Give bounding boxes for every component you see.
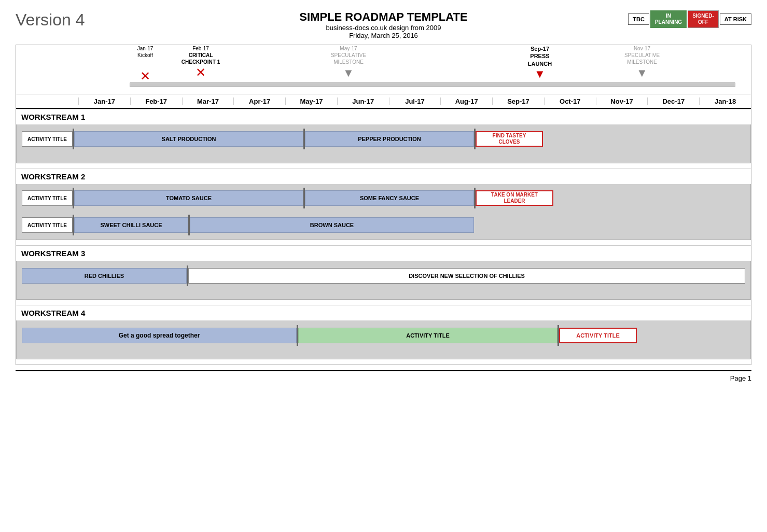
ws3-row1: RED CHILLIES DISCOVER NEW SELECTION OF C… bbox=[17, 261, 750, 292]
ws4-bar-spread: Get a good spread together bbox=[22, 328, 297, 343]
ws2-bar-tomato: TOMATO SAUCE bbox=[74, 190, 303, 206]
workstream-2-section: WORKSTREAM 2 ACTIVITY TITLE TOMATO SAUCE… bbox=[16, 169, 751, 240]
workstream-3-section: WORKSTREAM 3 RED CHILLIES DISCOVER NEW S… bbox=[16, 245, 751, 300]
legend-planning: INPLANNING bbox=[650, 10, 687, 28]
ws4-bar-activity2: ACTIVITY TITLE bbox=[559, 328, 637, 343]
workstream-3-label: WORKSTREAM 3 bbox=[16, 245, 751, 261]
ws2-bar-chilli: SWEET CHILLI SAUCE bbox=[74, 217, 188, 233]
workstream-4-body: Get a good spread together ACTIVITY TITL… bbox=[16, 320, 751, 359]
ws3-bar-discover: DISCOVER NEW SELECTION OF CHILLIES bbox=[188, 268, 745, 284]
timeline-area: Jan-17Kickoff ✕ Feb-17CRITICALCHECKPOINT… bbox=[16, 45, 751, 365]
workstream-2-body: ACTIVITY TITLE TOMATO SAUCE SOME FANCY S… bbox=[16, 184, 751, 240]
milestone-sep17: Sep-17PRESSLAUNCH ▼ bbox=[519, 45, 561, 80]
month-labels-row: Jan-17 Feb-17 Mar-17 Apr-17 May-17 Jun-1… bbox=[16, 94, 751, 109]
milestone-nov17: Nov-17SPECULATIVEMILESTONE ▼ bbox=[619, 45, 665, 79]
ws3-bar-red-chillies: RED CHILLIES bbox=[22, 268, 187, 284]
footer: Page 1 bbox=[16, 370, 751, 382]
ws4-row1: Get a good spread together ACTIVITY TITL… bbox=[17, 320, 750, 352]
header-date: Friday, March 25, 2016 bbox=[16, 32, 751, 39]
legend: TBC INPLANNING SIGNED-OFF AT RISK bbox=[628, 10, 751, 28]
month-feb17: Feb-17 bbox=[130, 97, 182, 105]
milestone-feb17: Feb-17CRITICALCHECKPOINT 1 ✕ bbox=[180, 45, 221, 79]
month-apr17: Apr-17 bbox=[233, 97, 285, 105]
ws2-row2: ACTIVITY TITLE SWEET CHILLI SAUCE BROWN … bbox=[17, 212, 750, 238]
ws2-row1: ACTIVITY TITLE TOMATO SAUCE SOME FANCY S… bbox=[17, 184, 750, 212]
ws2-bar-brown: BROWN SAUCE bbox=[190, 217, 474, 233]
workstream-4-section: WORKSTREAM 4 Get a good spread together … bbox=[16, 305, 751, 359]
workstream-1-body: ACTIVITY TITLE SALT PRODUCTION PEPPER PR… bbox=[16, 124, 751, 163]
ws2-activity-label-1: ACTIVITY TITLE bbox=[22, 190, 73, 206]
milestone-jan17: Jan-17Kickoff ✕ bbox=[130, 45, 161, 82]
workstream-1-section: WORKSTREAM 1 ACTIVITY TITLE SALT PRODUCT… bbox=[16, 109, 751, 163]
month-jun17: Jun-17 bbox=[337, 97, 389, 105]
ws2-bar-market: TAKE ON MARKETLEADER bbox=[476, 190, 553, 206]
month-sep17: Sep-17 bbox=[492, 97, 544, 105]
page-number: Page 1 bbox=[730, 374, 751, 382]
month-nov17: Nov-17 bbox=[596, 97, 648, 105]
month-jul17: Jul-17 bbox=[389, 97, 441, 105]
month-mar17: Mar-17 bbox=[182, 97, 234, 105]
workstream-4-label: WORKSTREAM 4 bbox=[16, 305, 751, 320]
milestone-may17: May-17SPECULATIVEMILESTONE ▼ bbox=[325, 45, 372, 79]
month-jan17: Jan-17 bbox=[78, 97, 130, 105]
milestone-row: Jan-17Kickoff ✕ Feb-17CRITICALCHECKPOINT… bbox=[16, 45, 751, 94]
month-jan18: Jan-18 bbox=[699, 97, 751, 105]
timeline-bar bbox=[130, 82, 735, 87]
version-label: Version 4 bbox=[16, 10, 85, 30]
ws1-bar-pepper: PEPPER PRODUCTION bbox=[305, 131, 474, 147]
ws2-activity-label-2: ACTIVITY TITLE bbox=[22, 217, 73, 233]
ws1-activity-label: ACTIVITY TITLE bbox=[22, 131, 73, 147]
month-aug17: Aug-17 bbox=[440, 97, 492, 105]
ws1-bar-cloves: FIND TASTEYCLOVES bbox=[476, 131, 543, 147]
ws1-row1: ACTIVITY TITLE SALT PRODUCTION PEPPER PR… bbox=[17, 124, 750, 155]
ws1-bar-salt: SALT PRODUCTION bbox=[74, 131, 303, 147]
month-oct17: Oct-17 bbox=[544, 97, 596, 105]
month-may17: May-17 bbox=[285, 97, 337, 105]
header: Version 4 SIMPLE ROADMAP TEMPLATE busine… bbox=[16, 10, 751, 39]
workstream-1-label: WORKSTREAM 1 bbox=[16, 109, 751, 124]
ws4-bar-activity1: ACTIVITY TITLE bbox=[298, 328, 557, 343]
month-dec17: Dec-17 bbox=[647, 97, 699, 105]
ws2-bar-fancy: SOME FANCY SAUCE bbox=[305, 190, 474, 206]
workstream-2-label: WORKSTREAM 2 bbox=[16, 169, 751, 184]
legend-signed: SIGNED-OFF bbox=[688, 10, 719, 28]
legend-atrisk: AT RISK bbox=[720, 13, 751, 25]
workstream-3-body: RED CHILLIES DISCOVER NEW SELECTION OF C… bbox=[16, 261, 751, 300]
legend-tbc: TBC bbox=[628, 13, 649, 25]
